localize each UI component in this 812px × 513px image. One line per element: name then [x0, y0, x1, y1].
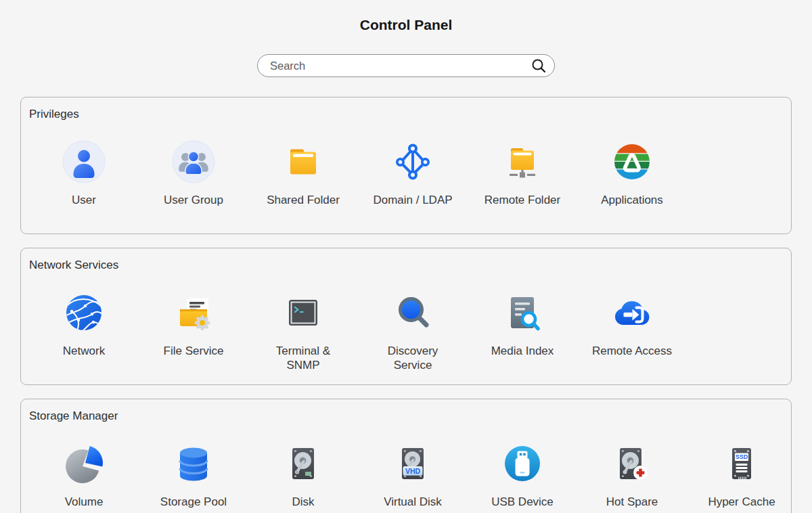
items-row: Volume Storage Pool Disk VHD V	[29, 442, 783, 513]
section-title: Storage Manager	[29, 409, 783, 423]
disk-icon	[281, 442, 325, 485]
search-input[interactable]	[269, 59, 530, 73]
items-row: Network File Service Terminal & SNMP Dis…	[29, 291, 783, 372]
item-label: Media Index	[491, 344, 554, 372]
search-icon[interactable]	[530, 57, 547, 74]
hyper-cache-icon: SSD	[720, 442, 763, 485]
item-hot-spare[interactable]: Hot Spare	[577, 442, 687, 513]
svg-text:VHD: VHD	[405, 467, 421, 475]
page-title: Control Panel	[0, 0, 812, 34]
item-label: Shared Folder	[267, 193, 340, 221]
user-group-icon	[172, 140, 215, 183]
item-storage-pool[interactable]: Storage Pool	[139, 442, 248, 513]
item-user-group[interactable]: User Group	[139, 140, 248, 221]
item-label: Disk	[292, 495, 314, 513]
item-label: Volume	[65, 495, 104, 513]
remote-folder-icon	[501, 140, 544, 183]
user-icon	[62, 140, 106, 183]
discovery-service-icon	[391, 291, 434, 334]
item-applications[interactable]: Applications	[577, 140, 687, 221]
network-icon	[62, 291, 106, 334]
item-discovery-service[interactable]: Discovery Service	[358, 291, 468, 372]
shared-folder-icon	[281, 140, 325, 183]
item-label: User	[72, 193, 96, 221]
file-service-icon	[172, 291, 215, 334]
item-label: Virtual Disk	[384, 495, 442, 513]
item-remote-access[interactable]: Remote Access	[577, 291, 687, 372]
section-title: Privileges	[29, 107, 783, 121]
applications-icon	[610, 140, 654, 183]
media-index-icon	[501, 291, 544, 334]
section-storage-manager: Storage Manager Volume Storage Pool Disk	[20, 399, 792, 513]
item-label: Terminal & SNMP	[276, 344, 330, 372]
item-volume[interactable]: Volume	[29, 442, 139, 513]
item-label: Remote Access	[592, 344, 672, 372]
item-label: User Group	[164, 193, 223, 221]
item-label: Discovery Service	[388, 344, 438, 372]
terminal-snmp-icon	[281, 291, 325, 334]
item-terminal-snmp[interactable]: Terminal & SNMP	[248, 291, 358, 372]
control-panel-sections: Privileges User User Group Shared Folder…	[20, 97, 792, 513]
section-privileges: Privileges User User Group Shared Folder…	[20, 97, 792, 234]
item-virtual-disk[interactable]: VHD Virtual Disk	[358, 442, 468, 513]
section-title: Network Services	[29, 258, 783, 272]
item-label: Hot Spare	[606, 495, 658, 513]
item-usb-device[interactable]: USB Device	[468, 442, 577, 513]
item-file-service[interactable]: File Service	[139, 291, 248, 372]
search-box[interactable]	[257, 54, 555, 77]
item-media-index[interactable]: Media Index	[468, 291, 577, 372]
item-user[interactable]: User	[29, 140, 139, 221]
item-hyper-cache[interactable]: SSD Hyper Cache	[687, 442, 796, 513]
item-label: Remote Folder	[484, 193, 560, 221]
virtual-disk-icon: VHD	[391, 442, 434, 485]
storage-pool-icon	[172, 442, 215, 485]
items-row: User User Group Shared Folder Domain / L…	[29, 140, 783, 221]
section-network-services: Network Services Network	[20, 248, 792, 385]
item-label: Domain / LDAP	[373, 193, 452, 221]
volume-icon	[62, 442, 106, 485]
item-disk[interactable]: Disk	[248, 442, 358, 513]
item-network[interactable]: Network	[29, 291, 139, 372]
item-domain-ldap[interactable]: Domain / LDAP	[358, 140, 468, 221]
item-label: USB Device	[491, 495, 554, 513]
usb-device-icon	[501, 442, 544, 485]
svg-text:SSD: SSD	[736, 453, 748, 460]
item-label: Hyper Cache	[708, 495, 775, 513]
hot-spare-icon	[610, 442, 654, 485]
item-shared-folder[interactable]: Shared Folder	[248, 140, 358, 221]
item-label: Storage Pool	[160, 495, 227, 513]
item-remote-folder[interactable]: Remote Folder	[468, 140, 577, 221]
item-label: Network	[63, 344, 105, 372]
item-label: File Service	[164, 344, 224, 372]
remote-access-icon	[610, 291, 654, 334]
domain-ldap-icon	[391, 140, 434, 183]
item-label: Applications	[601, 193, 663, 221]
